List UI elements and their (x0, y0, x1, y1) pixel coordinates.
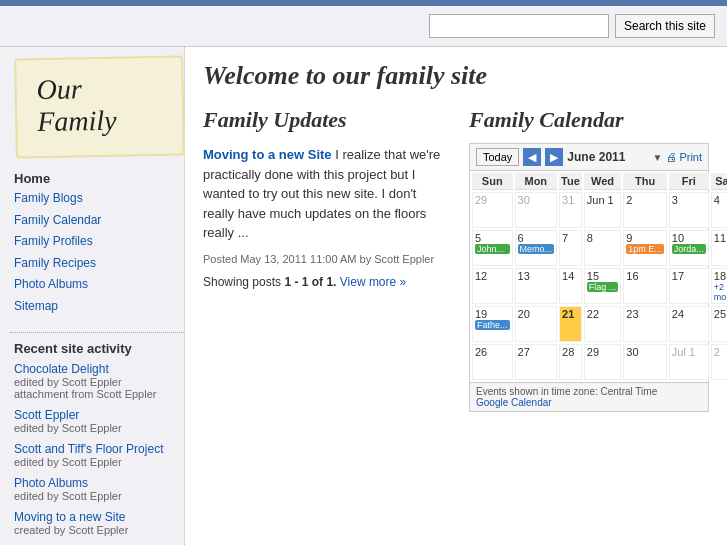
table-row: 13 (515, 268, 558, 304)
table-row: Jul 1 (669, 344, 709, 380)
cal-day-mon: Mon (515, 173, 558, 190)
post-link[interactable]: Moving to a new Site (203, 147, 332, 162)
table-row: 30 (515, 192, 558, 228)
cal-day-fri: Fri (669, 173, 709, 190)
cal-today-button[interactable]: Today (476, 148, 519, 166)
list-item: Chocolate Delight edited by Scott Eppler… (14, 362, 184, 400)
post-body: Moving to a new Site I realize that we'r… (203, 145, 449, 243)
table-row: 24 (669, 306, 709, 342)
activity-info-3: edited by Scott Eppler (14, 490, 122, 502)
cal-day-sun: Sun (472, 173, 513, 190)
table-row: 12 (472, 268, 513, 304)
cal-next-button[interactable]: ▶ (545, 148, 563, 166)
nav-home-label: Home (14, 171, 184, 186)
table-row: 9 1pm E... (623, 230, 667, 266)
cal-event[interactable]: Fathe... (475, 320, 510, 330)
cal-prev-button[interactable]: ◀ (523, 148, 541, 166)
cal-header: Today ◀ ▶ June 2011 ▼ 🖨 Print (470, 144, 708, 171)
cal-event[interactable]: Memo... (518, 244, 555, 254)
view-more-link[interactable]: View more » (340, 275, 406, 289)
post-count-range: 1 - 1 of 1. (284, 275, 336, 289)
nav-sitemap[interactable]: Sitemap (14, 296, 184, 318)
nav-divider (10, 332, 184, 333)
table-row: 4 (711, 192, 727, 228)
table-row: 18 +2 mo... (711, 268, 727, 304)
table-row: 5 John... (472, 230, 513, 266)
logo-text: Our Family (36, 73, 116, 137)
logo-area: Our Family (14, 56, 185, 159)
cal-event[interactable]: John... (475, 244, 510, 254)
recent-activity: Recent site activity Chocolate Delight e… (10, 341, 184, 545)
nav-section: Home Family Blogs Family Calendar Family… (10, 171, 184, 318)
cal-day-thu: Thu (623, 173, 667, 190)
table-row: 10 Jorda... (669, 230, 709, 266)
cal-footer-tz: Central Time (601, 386, 658, 397)
table-row: 6 Memo... (515, 230, 558, 266)
main-wrapper: Our Family Home Family Blogs Family Cale… (0, 47, 727, 545)
sidebar: Our Family Home Family Blogs Family Cale… (0, 47, 185, 545)
cal-dropdown-arrow[interactable]: ▼ (652, 152, 662, 163)
activity-info-1: edited by Scott Eppler (14, 422, 122, 434)
post-count: Showing posts 1 - 1 of 1. View more » (203, 275, 449, 289)
table-row: 23 (623, 306, 667, 342)
table-row: 26 (472, 344, 513, 380)
nav-photo-albums[interactable]: Photo Albums (14, 274, 184, 296)
cal-event[interactable]: Jorda... (672, 244, 706, 254)
cal-footer-link[interactable]: Google Calendar (476, 397, 552, 408)
nav-family-calendar[interactable]: Family Calendar (14, 210, 184, 232)
table-row: 14 (559, 268, 582, 304)
cal-footer-text: Events shown in time zone: (476, 386, 598, 397)
table-row: Jun 1 (584, 192, 622, 228)
list-item: Moving to a new Site created by Scott Ep… (14, 510, 184, 536)
table-row: 7 (559, 230, 582, 266)
table-row-today: 21 (559, 306, 582, 342)
cal-month-label: June 2011 (567, 150, 648, 164)
activity-info-2: edited by Scott Eppler (14, 456, 122, 468)
nav-family-blogs[interactable]: Family Blogs (14, 188, 184, 210)
cal-footer: Events shown in time zone: Central Time … (470, 382, 708, 411)
cal-event[interactable]: Flag ... (587, 282, 619, 292)
table-row: 29 (472, 192, 513, 228)
list-item: Scott and Tiff's Floor Project edited by… (14, 442, 184, 468)
search-button[interactable]: Search this site (615, 14, 715, 38)
table-row: 29 (584, 344, 622, 380)
table-row: 3 (669, 192, 709, 228)
nav-family-recipes[interactable]: Family Recipes (14, 253, 184, 275)
post-count-label: Showing posts (203, 275, 281, 289)
search-input[interactable] (429, 14, 609, 38)
family-calendar: Family Calendar Today ◀ ▶ June 2011 ▼ 🖨 … (469, 107, 709, 412)
content-columns: Family Updates Moving to a new Site I re… (203, 107, 709, 412)
table-row: 16 (623, 268, 667, 304)
cal-event-more[interactable]: +2 mo... (714, 282, 727, 302)
cal-widget: Today ◀ ▶ June 2011 ▼ 🖨 Print (469, 143, 709, 412)
printer-icon: 🖨 (666, 151, 677, 163)
family-updates-heading: Family Updates (203, 107, 449, 133)
activity-info-0a: edited by Scott Eppler (14, 376, 122, 388)
table-row: 11 (711, 230, 727, 266)
nav-family-profiles[interactable]: Family Profiles (14, 231, 184, 253)
table-row: 8 (584, 230, 622, 266)
cal-day-tue: Tue (559, 173, 582, 190)
cal-event[interactable]: 1pm E... (626, 244, 664, 254)
main-content: Welcome to our family site Family Update… (185, 47, 727, 545)
table-row: 2 (711, 344, 727, 380)
table-row: 25 (711, 306, 727, 342)
list-item: Photo Albums edited by Scott Eppler (14, 476, 184, 502)
activity-link-chocolate[interactable]: Chocolate Delight (14, 362, 184, 376)
family-calendar-heading: Family Calendar (469, 107, 709, 133)
activity-link-scott[interactable]: Scott Eppler (14, 408, 184, 422)
table-row: 20 (515, 306, 558, 342)
cal-print-link[interactable]: 🖨 Print (666, 151, 702, 163)
table-row: 19 Fathe... (472, 306, 513, 342)
table-row: 27 (515, 344, 558, 380)
activity-link-moving[interactable]: Moving to a new Site (14, 510, 184, 524)
table-row: 2 (623, 192, 667, 228)
activity-link-floor[interactable]: Scott and Tiff's Floor Project (14, 442, 184, 456)
activity-info-4: created by Scott Eppler (14, 524, 128, 536)
table-row: 30 (623, 344, 667, 380)
list-item: Scott Eppler edited by Scott Eppler (14, 408, 184, 434)
welcome-title: Welcome to our family site (203, 61, 709, 91)
table-row: 31 (559, 192, 582, 228)
table-row: 15 Flag ... (584, 268, 622, 304)
activity-link-photos[interactable]: Photo Albums (14, 476, 184, 490)
